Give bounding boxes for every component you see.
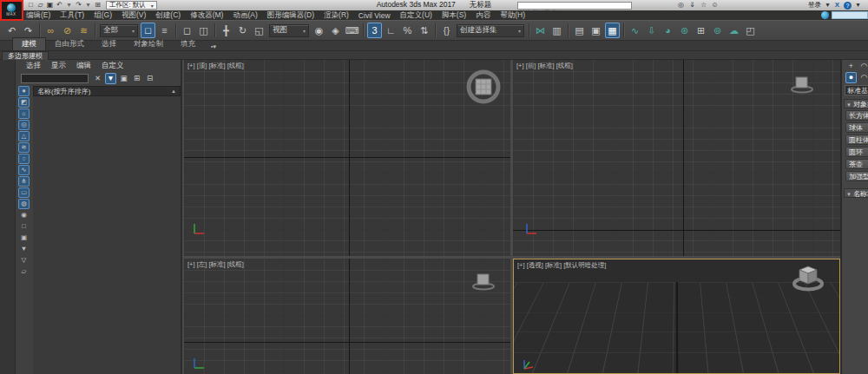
viewport-top-label[interactable]: [+] [顶] [标准] [线框] bbox=[187, 62, 244, 70]
percent-snap-toggle-icon[interactable]: % bbox=[400, 23, 415, 38]
shapes-category-icon[interactable]: ◠ bbox=[858, 72, 868, 83]
lock-icon[interactable]: ▣ bbox=[118, 73, 129, 84]
explorer-menu-item-0[interactable]: 选择 bbox=[26, 61, 41, 71]
display-cameras-icon[interactable]: ◎ bbox=[18, 120, 30, 130]
display-objects-icon[interactable]: ● bbox=[18, 86, 30, 96]
a360-badge-icon[interactable] bbox=[821, 11, 829, 19]
display-frames-icon[interactable]: ▣ bbox=[18, 233, 30, 243]
notification-badge[interactable] bbox=[832, 11, 868, 19]
primitive-category-dropdown[interactable]: 标准基本体 bbox=[845, 85, 868, 95]
viewport-perspective-active[interactable]: [+] [透视] [标准] [默认明暗处理] bbox=[513, 259, 840, 374]
selection-filter-funnel-icon[interactable]: ▼ bbox=[18, 244, 30, 254]
ribbon-toggle-icon[interactable]: ▦ bbox=[605, 23, 620, 38]
explorer-menu-item-2[interactable]: 编辑 bbox=[76, 61, 91, 71]
menu-item-3[interactable]: 视图(V) bbox=[122, 10, 146, 21]
schematic-view-icon[interactable]: ⇩ bbox=[644, 23, 659, 38]
viewport-perspective-label[interactable]: [+] [透视] [标准] [默认明暗处理] bbox=[517, 261, 606, 270]
explorer-search-box[interactable] bbox=[21, 74, 89, 83]
user-icon[interactable]: ☺ bbox=[709, 0, 720, 10]
unlink-selection-icon[interactable]: ⊘ bbox=[60, 23, 75, 38]
display-lights-icon[interactable]: ☼ bbox=[18, 108, 30, 119]
pick-container-icon[interactable]: ▱ bbox=[18, 266, 30, 277]
viewcube[interactable] bbox=[789, 74, 815, 95]
help-dropdown-icon[interactable]: ▾ bbox=[853, 0, 863, 10]
scene-explorer-toggle-icon[interactable]: ▣ bbox=[589, 23, 603, 38]
curve-editor-icon[interactable]: ∿ bbox=[628, 23, 642, 38]
pick-child-icon[interactable]: ⊟ bbox=[144, 73, 155, 84]
select-by-name-icon[interactable]: ≡ bbox=[157, 23, 172, 38]
explorer-name-column-header[interactable]: 名称(按升序排序) ▲ bbox=[33, 86, 181, 96]
display-groups-icon[interactable]: ○ bbox=[18, 154, 30, 164]
favorites-star-icon[interactable]: ☆ bbox=[698, 0, 709, 10]
ribbon-minimize-icon[interactable]: ▪▾ bbox=[211, 43, 216, 50]
render-in-cloud-icon[interactable]: ☁ bbox=[727, 23, 741, 38]
help-icon[interactable]: ? bbox=[844, 2, 852, 10]
layer-manager-icon[interactable]: ▤ bbox=[572, 23, 587, 38]
angle-snap-toggle-icon[interactable]: ∟ bbox=[384, 23, 398, 38]
ribbon-tab-4[interactable]: 填充 bbox=[172, 38, 204, 50]
ribbon-tab-1[interactable]: 自由形式 bbox=[46, 38, 93, 50]
create-tab-icon[interactable]: + bbox=[845, 61, 857, 71]
render-production-icon[interactable]: ⊚ bbox=[710, 23, 725, 38]
display-frozen-icon[interactable]: □ bbox=[18, 221, 30, 232]
viewport-top[interactable]: [+] [顶] [标准] [线框] bbox=[184, 60, 510, 256]
download-icon[interactable]: ⇓ bbox=[687, 0, 698, 10]
filter-icon[interactable]: ▼ bbox=[105, 73, 116, 84]
menu-item-5[interactable]: 修改器(M) bbox=[190, 10, 223, 21]
keyboard-shortcut-override-icon[interactable]: ⌨ bbox=[345, 23, 359, 38]
rectangular-selection-region-icon[interactable]: ◻ bbox=[180, 23, 194, 38]
exchange-apps-icon[interactable]: X bbox=[832, 0, 842, 10]
display-spacewarps-icon[interactable]: ≋ bbox=[18, 142, 30, 153]
explorer-menu-item-3[interactable]: 自定义 bbox=[102, 61, 124, 71]
use-pivot-point-center-icon[interactable]: ◉ bbox=[312, 23, 326, 38]
polygon-modeling-panel-tab[interactable]: 多边形建模 bbox=[2, 51, 49, 60]
menu-item-8[interactable]: 渲染(R) bbox=[324, 10, 349, 21]
search-icon[interactable]: ◎ bbox=[675, 0, 687, 10]
material-editor-icon[interactable]: ◕ bbox=[661, 23, 675, 38]
help-search-box[interactable] bbox=[517, 2, 632, 10]
sign-in-button[interactable]: 登录 bbox=[808, 1, 821, 10]
render-flyout-icon[interactable]: ◰ bbox=[743, 23, 758, 38]
viewcube[interactable] bbox=[470, 271, 496, 292]
display-bones-icon[interactable]: ⋔ bbox=[18, 176, 30, 187]
undo-icon[interactable]: ↶ bbox=[4, 23, 19, 38]
viewport-left-label[interactable]: [+] [左] [标准] [线框] bbox=[187, 260, 244, 269]
display-containers-icon[interactable]: ▭ bbox=[18, 187, 30, 198]
object-type-button-5[interactable]: 加强型文本 bbox=[845, 171, 868, 181]
redo-icon[interactable]: ↷ bbox=[21, 23, 36, 38]
menu-item-9[interactable]: Civil View bbox=[358, 11, 391, 20]
application-menu-button[interactable]: MAX bbox=[0, 0, 23, 20]
geometry-category-icon[interactable]: ● bbox=[845, 72, 857, 83]
menu-item-1[interactable]: 工具(T) bbox=[60, 10, 84, 21]
display-helpers-icon[interactable]: △ bbox=[18, 131, 30, 141]
rendered-frame-window-icon[interactable]: ⊞ bbox=[694, 23, 708, 38]
select-and-rotate-icon[interactable]: ↻ bbox=[235, 23, 250, 38]
name-color-rollout[interactable]: ▼名称和颜色 bbox=[844, 188, 868, 198]
select-and-link-icon[interactable]: ∞ bbox=[43, 23, 58, 38]
select-and-move-icon[interactable]: ╋ bbox=[219, 23, 233, 38]
display-geometry-icon[interactable]: ◩ bbox=[18, 97, 30, 108]
ribbon-tab-3[interactable]: 对象绘制 bbox=[125, 38, 172, 50]
display-hidden-icon[interactable]: ◉ bbox=[18, 210, 30, 220]
ribbon-tab-0[interactable]: 建模 bbox=[12, 37, 46, 50]
viewcube[interactable] bbox=[464, 67, 503, 107]
display-materials-icon[interactable]: ◍ bbox=[18, 199, 30, 209]
explorer-menu-item-1[interactable]: 显示 bbox=[51, 61, 66, 71]
pick-parent-icon[interactable]: ⊞ bbox=[131, 73, 142, 84]
select-and-manipulate-icon[interactable]: ◈ bbox=[328, 23, 343, 38]
viewcube[interactable] bbox=[790, 261, 826, 292]
object-type-button-1[interactable]: 球体 bbox=[845, 122, 868, 133]
viewport-left[interactable]: [+] [左] [标准] [线框] bbox=[184, 259, 510, 374]
spinner-snap-toggle-icon[interactable]: ⇅ bbox=[417, 23, 431, 38]
object-type-button-3[interactable]: 圆环 bbox=[845, 147, 868, 157]
object-type-button-4[interactable]: 茶壶 bbox=[845, 159, 868, 169]
explorer-object-list[interactable] bbox=[33, 96, 181, 374]
select-and-scale-icon[interactable]: ◱ bbox=[252, 23, 266, 38]
mirror-icon[interactable]: ⋈ bbox=[533, 23, 548, 38]
window-crossing-icon[interactable]: ◫ bbox=[196, 23, 211, 38]
menu-item-7[interactable]: 图形编辑器(D) bbox=[267, 10, 314, 21]
snap-toggle-3d-icon[interactable]: 3 bbox=[367, 23, 382, 38]
display-shapes-icon[interactable]: ∿ bbox=[18, 165, 30, 175]
viewport-front[interactable]: [+] [前] [标准] [线框] bbox=[513, 60, 840, 256]
sign-in-dropdown-icon[interactable]: ▾ bbox=[823, 0, 832, 10]
